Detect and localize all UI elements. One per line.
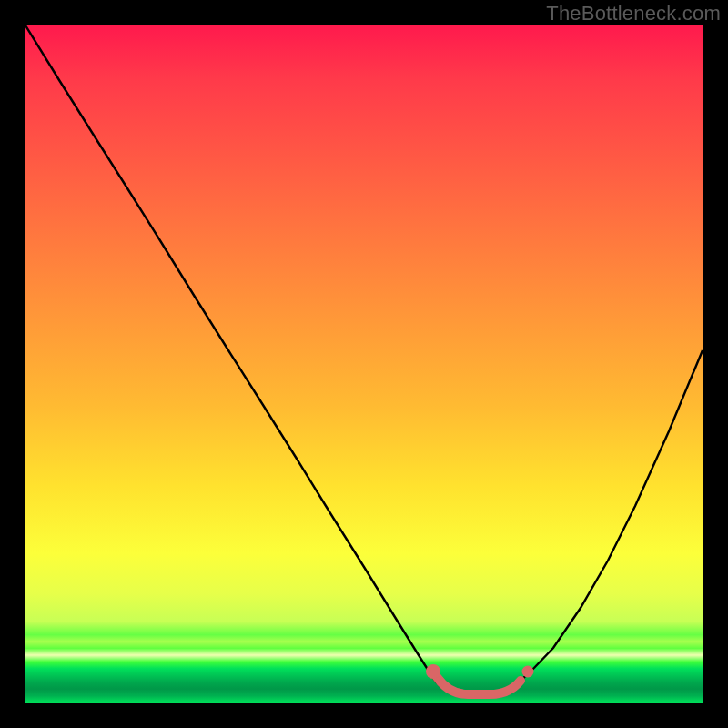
optimal-range-start-marker xyxy=(426,664,440,679)
optimal-range-bar xyxy=(437,677,521,694)
plot-area xyxy=(25,25,703,703)
bottleneck-curve xyxy=(25,25,703,696)
watermark-text: TheBottleneck.com xyxy=(546,2,721,25)
chart-frame: TheBottleneck.com xyxy=(0,0,728,728)
optimal-range-end-marker xyxy=(522,666,534,678)
chart-svg xyxy=(25,25,703,703)
